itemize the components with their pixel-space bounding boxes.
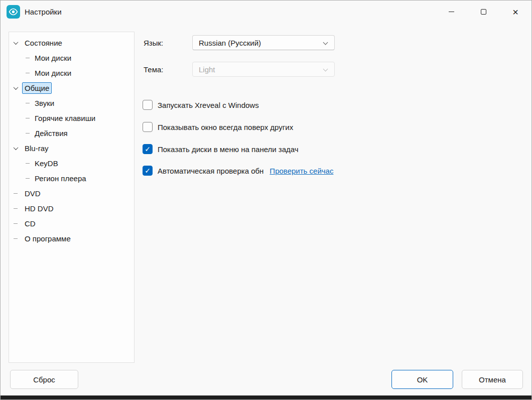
tree-connector-dash — [26, 58, 30, 58]
tree-item-label: DVD — [22, 188, 43, 199]
tree-connector-dash — [26, 73, 30, 73]
tree-connector-dash — [26, 163, 30, 164]
always-on-top-checkbox-label: Показывать окно всегда поверх других — [158, 123, 293, 131]
language-select[interactable]: Russian (Русский) — [192, 35, 335, 50]
language-select-value: Russian (Русский) — [199, 39, 261, 47]
maximize-button[interactable] — [467, 1, 499, 23]
tree-item-label: Мои диски — [32, 52, 74, 64]
tree-item-region-pleera[interactable]: Регион плеера — [9, 171, 134, 186]
tree-item-zvuki[interactable]: Звуки — [9, 95, 134, 110]
checkbox-row-autostart: Запускать Xreveal с Windows — [143, 99, 259, 110]
auto-update-checkbox-label: Автоматическая проверка обн — [158, 167, 263, 175]
minimize-icon — [449, 12, 454, 12]
eye-icon — [7, 5, 20, 19]
tree-connector-dash — [26, 178, 30, 179]
tree-connector-dash — [14, 223, 18, 224]
checkbox-row-taskbar-discs: ✓ Показать диски в меню на панели задач — [143, 144, 299, 155]
tree-item-label: CD — [22, 218, 38, 229]
tree-item-blu-ray[interactable]: Blu-ray — [9, 141, 134, 156]
chevron-down-icon — [14, 145, 19, 150]
chevron-down-icon — [14, 85, 19, 90]
tree-item-obshchie[interactable]: Общие — [9, 80, 134, 95]
check-now-link[interactable]: Проверить сейчас — [270, 167, 333, 175]
tree-item-label-selected: Общие — [22, 82, 52, 94]
tree-item-deystviya[interactable]: Действия — [9, 125, 134, 141]
chevron-down-icon — [14, 40, 19, 45]
reset-button[interactable]: Сброс — [10, 370, 78, 389]
chevron-down-icon — [323, 67, 328, 72]
tree-item-label: HD DVD — [22, 203, 56, 214]
tree-item-moi-diski-1[interactable]: Мои диски — [9, 50, 134, 65]
tree-item-label: О программе — [22, 233, 73, 244]
maximize-icon — [481, 9, 486, 15]
tree-item-hd-dvd[interactable]: HD DVD — [9, 201, 134, 216]
tree-item-dvd[interactable]: DVD — [9, 186, 134, 201]
autostart-checkbox-label: Запускать Xreveal с Windows — [158, 101, 259, 109]
tree-item-label: Горячие клавиши — [32, 112, 98, 124]
tree-connector-dash — [26, 133, 30, 134]
always-on-top-checkbox[interactable] — [143, 122, 153, 132]
auto-update-checkbox[interactable]: ✓ — [143, 166, 153, 176]
tree-connector-dash — [14, 208, 18, 209]
theme-label: Тема: — [144, 62, 164, 77]
tree-item-keydb[interactable]: KeyDB — [9, 156, 134, 171]
caption-buttons: × — [435, 1, 531, 23]
checkbox-row-always-on-top: Показывать окно всегда поверх других — [143, 121, 293, 132]
theme-select: Light — [192, 62, 335, 77]
checkbox-row-auto-update: ✓ Автоматическая проверка обн Проверить … — [143, 165, 333, 176]
settings-tree: Состояние Мои диски Мои диски Общие Звук… — [9, 32, 135, 363]
tree-item-label: Мои диски — [32, 67, 74, 79]
theme-select-value: Light — [199, 65, 215, 74]
settings-window: Настройки × Состояние Мои диски Мои диск… — [0, 0, 532, 400]
tree-item-label: Регион плеера — [32, 173, 89, 184]
chevron-down-icon — [323, 40, 328, 45]
tree-connector-dash — [14, 193, 18, 194]
close-button[interactable]: × — [499, 1, 531, 23]
tree-item-moi-diski-2[interactable]: Мои диски — [9, 65, 134, 80]
tree-item-label: KeyDB — [32, 158, 61, 169]
language-label: Язык: — [144, 35, 163, 50]
taskbar-edge — [1, 395, 531, 399]
tree-connector-dash — [26, 103, 30, 103]
window-title: Настройки — [25, 8, 62, 16]
close-icon: × — [512, 7, 518, 17]
cancel-button[interactable]: Отмена — [462, 370, 523, 389]
tree-item-o-programme[interactable]: О программе — [9, 231, 134, 246]
tree-item-label: Состояние — [22, 37, 65, 49]
tree-connector-dash — [26, 118, 30, 118]
minimize-button[interactable] — [435, 1, 467, 23]
tree-item-label: Blu-ray — [22, 143, 51, 154]
tree-item-sostoyanie[interactable]: Состояние — [9, 35, 134, 50]
tree-item-label: Действия — [32, 127, 70, 139]
tree-item-label: Звуки — [32, 97, 57, 109]
tree-connector-dash — [14, 238, 18, 239]
tree-item-goryachie-klavishi[interactable]: Горячие клавиши — [9, 110, 134, 125]
title-bar: Настройки × — [1, 1, 531, 23]
ok-button[interactable]: OK — [391, 370, 453, 389]
taskbar-discs-checkbox-label: Показать диски в меню на панели задач — [158, 145, 299, 154]
tree-item-cd[interactable]: CD — [9, 216, 134, 231]
taskbar-discs-checkbox[interactable]: ✓ — [143, 144, 153, 154]
autostart-checkbox[interactable] — [143, 100, 153, 110]
